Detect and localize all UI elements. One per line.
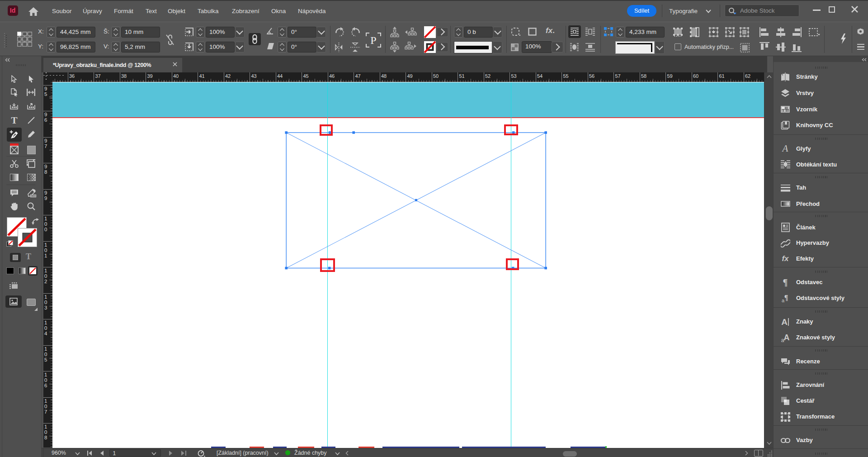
svg-text:A: A [784,333,790,342]
svg-text:a: a [782,298,785,303]
svg-text:¶: ¶ [783,278,788,287]
svg-text:A: A [782,144,788,153]
svg-text:a: a [781,337,784,343]
svg-text:fx: fx [782,254,789,263]
svg-text:P: P [370,34,376,46]
svg-text:A: A [781,317,788,327]
